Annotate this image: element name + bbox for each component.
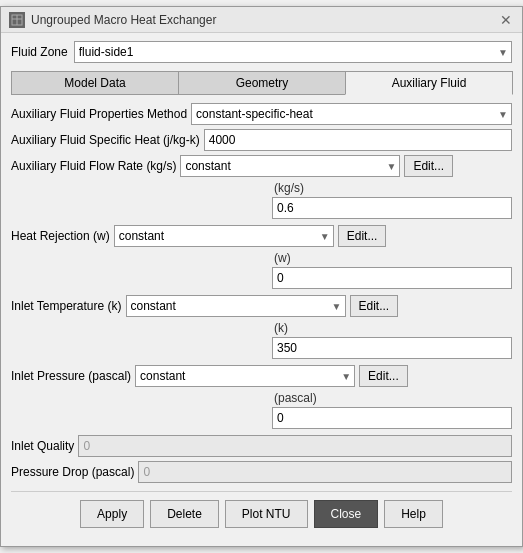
specific-heat-label: Auxiliary Fluid Specific Heat (j/kg-k) <box>11 133 200 147</box>
properties-method-label: Auxiliary Fluid Properties Method <box>11 107 187 121</box>
tab-model-data[interactable]: Model Data <box>11 71 179 94</box>
titlebar: Ungrouped Macro Heat Exchanger ✕ <box>1 7 522 33</box>
inlet-pressure-value-row <box>11 407 512 429</box>
specific-heat-input[interactable] <box>204 129 512 151</box>
flow-rate-unit-row: (kg/s) <box>11 181 512 195</box>
flow-rate-unit-label: (kg/s) <box>270 181 510 195</box>
inlet-pressure-unit-label: (pascal) <box>270 391 510 405</box>
heat-rejection-unit-label: (w) <box>270 251 510 265</box>
inlet-temp-edit-button[interactable]: Edit... <box>350 295 399 317</box>
button-bar: Apply Delete Plot NTU Close Help <box>11 491 512 538</box>
flow-rate-value-row <box>11 197 512 219</box>
inlet-quality-input[interactable] <box>78 435 512 457</box>
heat-rejection-value-input[interactable] <box>272 267 512 289</box>
inlet-temp-value-input[interactable] <box>272 337 512 359</box>
inlet-pressure-label: Inlet Pressure (pascal) <box>11 369 131 383</box>
properties-method-row: Auxiliary Fluid Properties Method consta… <box>11 103 512 125</box>
inlet-temp-unit-label: (k) <box>270 321 510 335</box>
close-button[interactable]: Close <box>314 500 379 528</box>
inlet-temp-select-wrapper: constant ▼ <box>126 295 346 317</box>
pressure-drop-row: Pressure Drop (pascal) <box>11 461 512 483</box>
app-icon <box>9 12 25 28</box>
fluid-zone-select-wrapper: fluid-side1 ▼ <box>74 41 512 63</box>
inlet-pressure-select-wrapper: constant ▼ <box>135 365 355 387</box>
inlet-pressure-select[interactable]: constant <box>135 365 355 387</box>
heat-rejection-row: Heat Rejection (w) constant ▼ Edit... <box>11 225 512 247</box>
flow-rate-edit-button[interactable]: Edit... <box>404 155 453 177</box>
heat-rejection-edit-button[interactable]: Edit... <box>338 225 387 247</box>
inlet-temp-row: Inlet Temperature (k) constant ▼ Edit... <box>11 295 512 317</box>
plot-ntu-button[interactable]: Plot NTU <box>225 500 308 528</box>
window-content: Fluid Zone fluid-side1 ▼ Model Data Geom… <box>1 33 522 546</box>
inlet-pressure-edit-button[interactable]: Edit... <box>359 365 408 387</box>
pressure-drop-input[interactable] <box>138 461 512 483</box>
window-title: Ungrouped Macro Heat Exchanger <box>31 13 216 27</box>
inlet-temp-unit-row: (k) <box>11 321 512 335</box>
inlet-pressure-value-input[interactable] <box>272 407 512 429</box>
help-button[interactable]: Help <box>384 500 443 528</box>
inlet-pressure-row: Inlet Pressure (pascal) constant ▼ Edit.… <box>11 365 512 387</box>
fluid-zone-label: Fluid Zone <box>11 45 68 59</box>
inlet-quality-label: Inlet Quality <box>11 439 74 453</box>
inlet-quality-row: Inlet Quality <box>11 435 512 457</box>
inlet-pressure-unit-row: (pascal) <box>11 391 512 405</box>
inlet-temp-label: Inlet Temperature (k) <box>11 299 122 313</box>
flow-rate-select-wrapper: constant ▼ <box>180 155 400 177</box>
tab-geometry[interactable]: Geometry <box>178 71 346 94</box>
main-window: Ungrouped Macro Heat Exchanger ✕ Fluid Z… <box>0 6 523 547</box>
specific-heat-row: Auxiliary Fluid Specific Heat (j/kg-k) <box>11 129 512 151</box>
tab-auxiliary-fluid[interactable]: Auxiliary Fluid <box>345 71 513 95</box>
flow-rate-label: Auxiliary Fluid Flow Rate (kg/s) <box>11 159 176 173</box>
properties-method-select[interactable]: constant-specific-heat <box>191 103 512 125</box>
window-close-button[interactable]: ✕ <box>498 12 514 28</box>
heat-rejection-unit-row: (w) <box>11 251 512 265</box>
properties-method-select-wrapper: constant-specific-heat ▼ <box>191 103 512 125</box>
heat-rejection-select[interactable]: constant <box>114 225 334 247</box>
tab-bar: Model Data Geometry Auxiliary Fluid <box>11 71 512 95</box>
inlet-temp-select[interactable]: constant <box>126 295 346 317</box>
flow-rate-select[interactable]: constant <box>180 155 400 177</box>
flow-rate-value-input[interactable] <box>272 197 512 219</box>
heat-rejection-value-row <box>11 267 512 289</box>
apply-button[interactable]: Apply <box>80 500 144 528</box>
inlet-temp-value-row <box>11 337 512 359</box>
pressure-drop-label: Pressure Drop (pascal) <box>11 465 134 479</box>
delete-button[interactable]: Delete <box>150 500 219 528</box>
flow-rate-row: Auxiliary Fluid Flow Rate (kg/s) constan… <box>11 155 512 177</box>
heat-rejection-select-wrapper: constant ▼ <box>114 225 334 247</box>
fluid-zone-row: Fluid Zone fluid-side1 ▼ <box>11 41 512 63</box>
heat-rejection-label: Heat Rejection (w) <box>11 229 110 243</box>
fluid-zone-select[interactable]: fluid-side1 <box>74 41 512 63</box>
